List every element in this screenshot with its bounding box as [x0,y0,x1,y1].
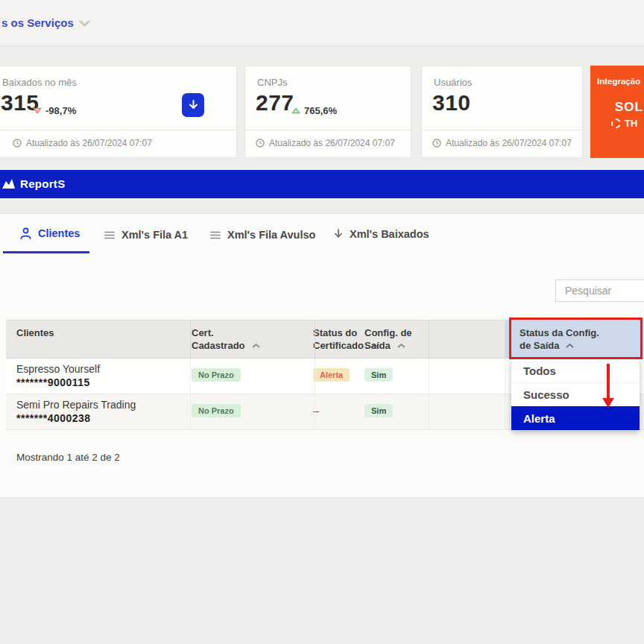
download-button[interactable] [182,93,204,117]
table-header: Clientes Cert. Cadastrado Status do Cert… [6,320,644,359]
stat-label: Baixados no mês [2,77,77,88]
status-badge: Sim [364,404,393,417]
clock-icon [256,139,265,148]
stat-card-baixados: Baixados no mês 315 -98,7% Atualizado às… [0,66,237,158]
cert-cell: No Prazo [192,403,241,417]
arrow-down-icon [334,229,343,239]
column-divider [429,394,429,429]
status-badge: No Prazo [192,368,241,382]
column-divider [429,321,429,358]
promo-card[interactable]: Integração SOLU TH [590,66,644,158]
tab-xmls-fila-a1[interactable]: Xml's Fila A1 [104,229,188,241]
clock-icon [432,139,441,148]
spiral-logo-icon [611,119,621,128]
search-input[interactable] [555,280,644,302]
dropdown-option-sucesso[interactable]: Sucesso [511,382,640,406]
column-header-cert-cadastrado[interactable]: Cert. Cadastrado [192,326,260,352]
triangle-up-icon [291,107,300,114]
area-chart-icon [2,178,16,189]
client-cell: Espresso Yourself *******9000115 [16,363,100,388]
search-box [555,280,644,302]
cert-cell: No Prazo [192,367,241,382]
promo-brand: SOLU [615,100,644,115]
tab-clientes[interactable]: Clientes [20,227,80,239]
column-divider [315,359,315,394]
updated-timestamp: Atualizado às 26/07/2024 07:07 [256,138,395,148]
main-panel: Clientes Xml's Fila A1 Xml's Fila Avulso… [0,213,644,498]
stat-label: CNPJs [257,77,287,88]
updated-timestamp: Atualizado às 26/07/2024 07:07 [13,138,152,148]
promo-eyebrow: Integração [597,77,640,86]
column-divider [505,394,505,429]
column-divider [190,359,191,394]
column-header-config-saida[interactable]: Config. de Saída [364,326,412,352]
promo-logo: TH [611,118,637,129]
column-header-status-config-saida[interactable]: Status da Config. de Saída [520,326,599,352]
services-link[interactable]: s os Serviços [1,16,74,29]
tab-xmls-baixados[interactable]: Xml's Baixados [334,228,429,240]
column-divider [315,321,315,358]
column-divider [505,359,505,394]
triangle-down-icon [33,107,42,114]
status-badge: Alerta [313,368,350,382]
chevron-down-icon[interactable] [79,20,90,27]
column-divider [505,321,505,358]
sort-caret-icon [566,344,574,348]
reports-banner: ReportS [0,170,644,198]
column-divider [429,359,429,394]
tab-xmls-fila-avulso[interactable]: Xml's Fila Avulso [210,229,315,241]
stat-card-usuarios: Usuários 310 Atualizado às 26/07/2024 07… [421,66,583,158]
clock-icon [13,139,22,148]
top-bar: s os Serviços [0,0,644,46]
divider [245,130,411,130]
certificate-status-cell: Alerta [313,367,350,382]
column-divider [315,394,315,429]
config-cell: Sim [364,367,393,382]
status-badge: Sim [364,368,393,382]
dropdown-option-alerta[interactable]: Alerta [511,406,640,430]
dropdown-option-todos[interactable]: Todos [511,359,640,382]
divider [422,130,582,130]
column-header-clientes: Clientes [16,326,54,339]
column-divider [190,394,191,429]
list-icon [210,231,221,239]
sort-caret-icon [397,344,405,348]
stat-value: 277 [256,90,294,116]
column-divider [190,321,191,358]
stat-label: Usuários [434,77,472,88]
dashboard-screen: s os Serviços Baixados no mês 315 -98,7%… [0,0,644,644]
stat-value: 310 [432,90,471,116]
stat-card-cnpjs: CNPJs 277 765,6% Atualizado às 26/07/202… [244,66,411,158]
updated-timestamp: Atualizado às 26/07/2024 07:07 [432,138,572,148]
arrow-down-icon [189,100,198,110]
filter-dropdown: Todos Sucesso Alerta [511,359,640,430]
client-cell: Semi Pro Repairs Trading *******4000238 [16,399,136,424]
stat-delta: 765,6% [291,105,337,116]
stat-delta: -98,7% [33,105,76,116]
sort-caret-icon [252,344,260,348]
banner-title: ReportS [20,177,65,190]
config-cell: Sim [364,403,393,417]
pagination-summary: Mostrando 1 até 2 de 2 [16,452,120,463]
status-badge: No Prazo [192,404,241,417]
active-tab-underline [3,251,89,253]
person-icon [20,227,31,239]
list-icon [104,231,115,239]
divider [0,130,236,130]
